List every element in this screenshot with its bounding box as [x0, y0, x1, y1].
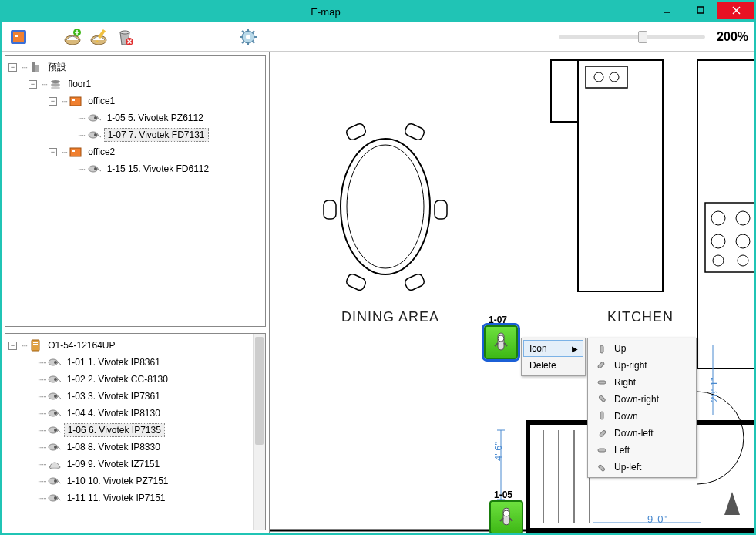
expander-icon[interactable]: − [8, 63, 17, 72]
dir-item-up-left[interactable]: Up-left [590, 459, 694, 476]
svg-rect-6 [15, 35, 18, 37]
settings-button[interactable] [237, 26, 259, 48]
icon-direction-submenu: UpUp-rightRightDown-rightDownDown-leftLe… [587, 338, 697, 478]
maximize-button[interactable] [684, 2, 717, 19]
zoom-slider[interactable] [559, 35, 705, 39]
svg-rect-41 [70, 148, 81, 156]
tree-floor[interactable]: floor1 [65, 78, 94, 90]
svg-rect-112 [600, 345, 603, 353]
svg-point-59 [54, 412, 57, 415]
device-item[interactable]: ······1-10 10. Vivotek PZ7151 [8, 473, 262, 490]
close-button[interactable] [717, 2, 754, 19]
map-canvas[interactable]: DINING AREA KITCHEN DOW 4' 6" 28' 1" 9' … [270, 52, 754, 533]
svg-point-69 [54, 479, 57, 483]
svg-line-37 [98, 118, 101, 120]
minimize-button[interactable] [650, 2, 684, 19]
expander-icon[interactable]: − [49, 148, 57, 156]
expander-icon[interactable]: − [49, 97, 57, 106]
ctx-item-delete[interactable]: Delete [523, 357, 583, 374]
device-item[interactable]: ······1-04 4. Vivotek IP8130 [8, 405, 262, 422]
svg-rect-5 [13, 32, 24, 42]
tree-cam[interactable]: 1-15 15. Vivotek FD6112 [104, 163, 213, 175]
direction-icon [596, 410, 608, 422]
emap-icon-button[interactable] [8, 26, 29, 48]
camera-marker-105[interactable] [489, 500, 523, 533]
svg-line-70 [58, 481, 61, 483]
cam-107-label: 1-07 [489, 315, 507, 325]
tree-cam-selected[interactable]: 1-07 7. Vivotek FD7131 [104, 128, 209, 142]
svg-point-36 [94, 116, 97, 119]
dimension-9-0: 9' 0" [647, 513, 667, 525]
svg-rect-48 [33, 344, 38, 345]
svg-point-14 [120, 31, 129, 34]
tree-root[interactable]: 預設 [45, 60, 69, 75]
svg-line-24 [242, 31, 244, 33]
camera-icon [88, 112, 102, 124]
svg-point-32 [51, 86, 60, 89]
device-item-label: 1-11 11. Vivotek IP7151 [64, 492, 169, 504]
edit-map-button[interactable] [88, 26, 109, 48]
camera-icon [48, 475, 62, 487]
device-item-label: 1-09 9. Vivotek IZ7151 [64, 458, 163, 470]
building-icon [29, 61, 42, 73]
svg-line-63 [58, 430, 61, 432]
svg-rect-28 [32, 62, 35, 72]
dir-item-up-right[interactable]: Up-right [590, 357, 694, 374]
tree-cam[interactable]: 1-05 5. Vivotek PZ6112 [104, 112, 207, 124]
dir-item-down[interactable]: Down [590, 408, 694, 425]
device-tree-panel: − ···· O1-54-12164UP ······1-01 1. Vivot… [5, 333, 266, 530]
svg-line-57 [58, 396, 61, 399]
svg-rect-115 [599, 395, 606, 402]
dir-item-right[interactable]: Right [590, 374, 694, 391]
device-item[interactable]: ······1-08 8. Vivotek IP8330 [8, 439, 262, 456]
svg-rect-119 [598, 464, 605, 471]
device-root[interactable]: O1-54-12164UP [45, 339, 118, 352]
device-item-label: 1-04 4. Vivotek IP8130 [64, 407, 163, 419]
svg-rect-42 [72, 150, 75, 152]
chevron-right-icon: ▶ [572, 345, 578, 353]
scrollbar-thumb[interactable] [255, 337, 264, 445]
device-item[interactable]: ······1-03 3. Vivotek IP7361 [8, 388, 262, 405]
svg-point-111 [503, 510, 509, 516]
add-map-button[interactable] [62, 26, 83, 48]
dir-item-left[interactable]: Left [590, 442, 694, 459]
camera-marker-107[interactable] [484, 325, 518, 359]
device-item[interactable]: ······1-06 6. Vivotek IP7135 [8, 422, 262, 439]
dir-label: Up-right [614, 360, 647, 371]
direction-icon [596, 427, 608, 439]
camera-icon [48, 356, 62, 368]
dir-item-down-right[interactable]: Down-right [590, 391, 694, 408]
ctx-item-icon[interactable]: Icon ▶ [523, 340, 583, 357]
direction-icon [596, 359, 608, 372]
svg-line-27 [242, 41, 244, 43]
svg-rect-33 [70, 97, 81, 106]
device-item[interactable]: ······1-09 9. Vivotek IZ7151 [8, 456, 262, 473]
dir-label: Down-left [614, 428, 654, 439]
dir-item-down-left[interactable]: Down-left [590, 425, 694, 442]
tree-office1[interactable]: office1 [85, 95, 118, 107]
zoom-slider-thumb[interactable] [638, 31, 647, 43]
map-icon [69, 146, 82, 158]
device-item[interactable]: ······1-02 2. Vivotek CC-8130 [8, 371, 262, 388]
device-item[interactable]: ······1-01 1. Vivotek IP8361 [8, 354, 262, 371]
svg-rect-1 [697, 7, 704, 13]
scrollbar[interactable] [253, 334, 265, 530]
svg-point-65 [54, 446, 57, 449]
camera-icon [48, 407, 62, 419]
svg-line-54 [58, 379, 61, 382]
expander-icon[interactable]: − [29, 80, 37, 89]
dir-label: Up-left [614, 462, 641, 473]
device-item-label: 1-06 6. Vivotek IP7135 [64, 423, 165, 437]
svg-line-45 [98, 169, 101, 171]
svg-point-19 [246, 35, 250, 39]
svg-line-40 [98, 135, 101, 137]
svg-point-62 [54, 429, 57, 432]
cam-105-label: 1-05 [494, 490, 512, 500]
dir-item-up[interactable]: Up [590, 340, 694, 357]
expander-icon[interactable]: − [8, 342, 17, 350]
window-title: E-map [2, 6, 650, 18]
tree-office2[interactable]: office2 [85, 146, 118, 158]
delete-map-button[interactable] [114, 26, 136, 48]
device-item[interactable]: ······1-11 11. Vivotek IP7151 [8, 490, 262, 506]
dir-label: Up [614, 343, 626, 354]
